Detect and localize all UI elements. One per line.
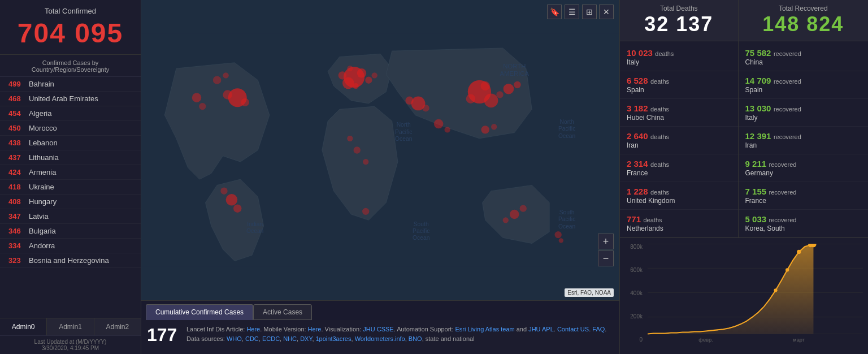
svg-text:Pacific: Pacific <box>395 129 412 135</box>
confirmed-subtitle: Confirmed Cases byCountry/Region/Soverei… <box>0 55 141 77</box>
svg-point-21 <box>338 71 346 79</box>
right-top: Total Deaths 32 137 10 023 deathsItaly6 … <box>620 0 868 238</box>
faq-link[interactable]: FAQ <box>592 326 605 333</box>
jhu-apl-link[interactable]: JHU APL <box>528 326 554 333</box>
list-item[interactable]: 346Bulgaria <box>0 224 141 239</box>
svg-point-43 <box>510 210 519 219</box>
chart-svg: февр. март <box>645 244 865 343</box>
nhc-link[interactable]: NHC <box>283 335 297 342</box>
1point3acres-link[interactable]: 1point3acres <box>316 335 351 342</box>
svg-point-40 <box>226 194 238 206</box>
list-item[interactable]: 418Ukraine <box>0 180 141 195</box>
svg-point-66 <box>797 250 801 254</box>
who-link[interactable]: WHO <box>227 335 242 342</box>
list-item[interactable]: 454Algeria <box>0 106 141 121</box>
svg-text:Ocean: Ocean <box>558 133 576 139</box>
deaths-list-item: 771 deathsNetherlands <box>620 210 738 238</box>
svg-point-32 <box>496 91 503 98</box>
bottom-count: 177 <box>147 325 181 346</box>
list-item[interactable]: 424Armenia <box>0 165 141 180</box>
tab-admin2[interactable]: Admin2 <box>94 318 141 335</box>
list-item[interactable]: 408Hungary <box>0 195 141 209</box>
deaths-list-item: 6 528 deathsSpain <box>620 71 738 99</box>
svg-point-48 <box>347 136 353 141</box>
recovered-list: 75 582 recoveredChina14 709 recoveredSpa… <box>739 41 868 240</box>
deaths-list-item: 3 182 deathsHubei China <box>620 99 738 127</box>
bottom-info: 177 Lancet Inf Dis Article: Here. Mobile… <box>141 320 619 354</box>
zoom-out-btn[interactable]: − <box>598 251 614 266</box>
list-item[interactable]: 499Bahrain <box>0 77 141 92</box>
deaths-label: Total Deaths <box>627 5 731 12</box>
svg-point-53 <box>213 76 221 84</box>
tab-active[interactable]: Active Cases <box>253 304 312 320</box>
svg-point-30 <box>466 94 476 103</box>
jhu-link[interactable]: JHU CSSE <box>363 326 393 333</box>
list-item[interactable]: 347Latvia <box>0 209 141 224</box>
ecdc-link[interactable]: ECDC <box>262 335 280 342</box>
svg-point-65 <box>785 268 789 271</box>
last-updated: Last Updated at (M/D/YYYY) 3/30/2020, 4:… <box>0 335 141 354</box>
cdc-link[interactable]: CDC <box>245 335 259 342</box>
close-btn[interactable]: ✕ <box>599 5 614 19</box>
deaths-panel: Total Deaths 32 137 10 023 deathsItaly6 … <box>620 0 739 238</box>
zoom-in-btn[interactable]: + <box>598 234 614 249</box>
svg-text:North: North <box>560 119 574 125</box>
svg-point-37 <box>241 98 249 106</box>
svg-point-57 <box>559 238 563 243</box>
list-item[interactable]: 437Lithuania <box>0 150 141 165</box>
bottom-text: Lancet Inf Dis Article: Here. Mobile Ver… <box>186 325 606 343</box>
list-item[interactable]: 323Bosnia and Herzegovina <box>0 253 141 268</box>
svg-text:февр.: февр. <box>698 337 713 343</box>
svg-point-50 <box>444 127 450 132</box>
list-item[interactable]: 438Lebanon <box>0 136 141 150</box>
svg-point-42 <box>220 188 227 195</box>
svg-text:Ocean: Ocean <box>558 223 576 230</box>
grid-btn[interactable]: ⊞ <box>582 5 597 19</box>
list-item[interactable]: 334Andorra <box>0 239 141 253</box>
mobile-link[interactable]: Here <box>308 326 322 333</box>
recovered-list-item: 5 033 recoveredKorea, South <box>739 210 868 238</box>
list-item[interactable]: 468United Arab Emirates <box>0 92 141 106</box>
map-container[interactable]: 🔖 ☰ ⊞ ✕ North Pacific Ocean North <box>141 0 619 300</box>
esri-attribution: Esri, FAO, NOAA <box>565 288 614 297</box>
world-map-svg: North Pacific Ocean North Pacific Ocean … <box>141 0 619 300</box>
tab-cumulative[interactable]: Cumulative Confirmed Cases <box>146 304 253 320</box>
recovered-value: 148 824 <box>745 12 861 36</box>
recovered-list-item: 14 709 recoveredSpain <box>739 71 868 99</box>
svg-text:Indian: Indian <box>247 221 263 227</box>
recovered-list-item: 7 155 recoveredFrance <box>739 182 868 210</box>
right-panel: Total Deaths 32 137 10 023 deathsItaly6 … <box>619 0 868 354</box>
svg-text:South: South <box>559 209 575 215</box>
svg-text:Pacific: Pacific <box>558 126 575 132</box>
dxy-link[interactable]: DXY <box>300 335 312 342</box>
deaths-list-item: 1 228 deathsUnited Kingdom <box>620 182 738 210</box>
esri-link[interactable]: Esri Living Atlas team <box>455 326 515 333</box>
deaths-list: 10 023 deathsItaly6 528 deathsSpain3 182… <box>620 41 738 240</box>
deaths-list-item: 2 314 deathsFrance <box>620 154 738 182</box>
deaths-value: 32 137 <box>627 12 731 36</box>
bno-link[interactable]: BNO <box>409 335 422 342</box>
recovered-list-item: 9 211 recoveredGermany <box>739 154 868 182</box>
svg-point-26 <box>405 97 413 105</box>
lancet-link[interactable]: Here <box>246 326 260 333</box>
deaths-list-item: 2 640 deathsIran <box>620 127 738 154</box>
svg-point-45 <box>503 217 509 223</box>
recovered-list-item: 13 030 recoveredItaly <box>739 99 868 127</box>
recovered-header: Total Recovered 148 824 <box>739 0 868 41</box>
country-list[interactable]: 499Bahrain468United Arab Emirates454Alge… <box>0 77 141 318</box>
worldometers-link[interactable]: Worldometers.info <box>355 335 405 342</box>
svg-point-39 <box>199 103 206 110</box>
tab-admin1[interactable]: Admin1 <box>47 318 94 335</box>
recovered-panel: Total Recovered 148 824 75 582 recovered… <box>739 0 868 238</box>
bookmark-btn[interactable]: 🔖 <box>547 5 562 19</box>
svg-point-47 <box>363 159 368 165</box>
tab-admin0[interactable]: Admin0 <box>0 318 47 335</box>
svg-point-27 <box>422 105 429 111</box>
list-btn[interactable]: ☰ <box>565 5 579 19</box>
svg-point-19 <box>357 68 367 78</box>
total-confirmed-section: Total Confirmed 704 095 <box>0 0 141 55</box>
map-zoom-controls: + − <box>598 234 614 266</box>
svg-point-33 <box>504 84 514 94</box>
list-item[interactable]: 450Morocco <box>0 121 141 136</box>
contact-link[interactable]: Contact US <box>557 326 589 333</box>
